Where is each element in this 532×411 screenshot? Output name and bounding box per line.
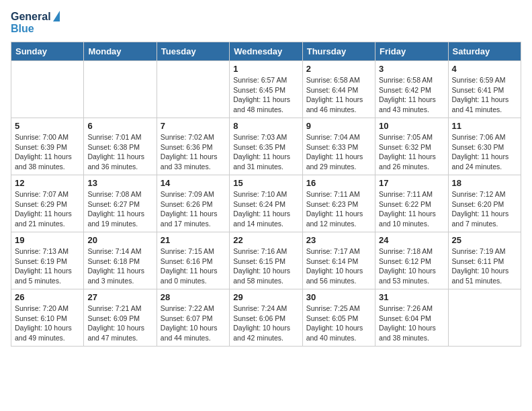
calendar-cell: 9Sunrise: 7:04 AM Sunset: 6:33 PM Daylig… <box>302 118 375 175</box>
calendar-cell: 7Sunrise: 7:02 AM Sunset: 6:36 PM Daylig… <box>157 118 229 175</box>
calendar-cell: 13Sunrise: 7:08 AM Sunset: 6:27 PM Dayli… <box>84 175 157 232</box>
day-info: Sunrise: 7:12 AM Sunset: 6:20 PM Dayligh… <box>452 189 517 229</box>
calendar-cell: 15Sunrise: 7:10 AM Sunset: 6:24 PM Dayli… <box>230 175 302 232</box>
day-number: 21 <box>161 235 226 245</box>
day-info: Sunrise: 7:06 AM Sunset: 6:30 PM Dayligh… <box>452 132 517 172</box>
day-number: 5 <box>15 121 80 131</box>
week-row-2: 12Sunrise: 7:07 AM Sunset: 6:29 PM Dayli… <box>11 175 521 232</box>
calendar-cell: 14Sunrise: 7:09 AM Sunset: 6:26 PM Dayli… <box>157 175 229 232</box>
day-number: 19 <box>15 235 80 245</box>
day-number: 14 <box>161 178 226 188</box>
calendar-cell: 10Sunrise: 7:05 AM Sunset: 6:32 PM Dayli… <box>375 118 448 175</box>
header-saturday: Saturday <box>448 42 521 61</box>
day-info: Sunrise: 7:01 AM Sunset: 6:38 PM Dayligh… <box>87 132 152 172</box>
calendar-cell <box>448 289 521 347</box>
calendar-cell: 31Sunrise: 7:26 AM Sunset: 6:04 PM Dayli… <box>375 289 448 347</box>
day-info: Sunrise: 6:58 AM Sunset: 6:44 PM Dayligh… <box>306 75 371 115</box>
calendar-table: SundayMondayTuesdayWednesdayThursdayFrid… <box>11 42 521 347</box>
day-info: Sunrise: 7:20 AM Sunset: 6:10 PM Dayligh… <box>15 304 80 343</box>
day-number: 9 <box>306 121 371 131</box>
day-info: Sunrise: 7:24 AM Sunset: 6:06 PM Dayligh… <box>233 304 298 343</box>
day-number: 11 <box>452 121 517 131</box>
day-number: 31 <box>379 292 444 302</box>
day-info: Sunrise: 7:19 AM Sunset: 6:11 PM Dayligh… <box>452 246 517 286</box>
day-info: Sunrise: 7:09 AM Sunset: 6:26 PM Dayligh… <box>161 189 226 229</box>
day-number: 1 <box>233 64 298 74</box>
day-number: 4 <box>452 64 517 74</box>
day-info: Sunrise: 7:05 AM Sunset: 6:32 PM Dayligh… <box>379 132 444 172</box>
calendar-cell: 28Sunrise: 7:22 AM Sunset: 6:07 PM Dayli… <box>157 289 229 347</box>
calendar-cell: 19Sunrise: 7:13 AM Sunset: 6:19 PM Dayli… <box>11 232 84 289</box>
day-number: 18 <box>452 178 517 188</box>
day-number: 16 <box>306 178 371 188</box>
calendar-cell: 22Sunrise: 7:16 AM Sunset: 6:15 PM Dayli… <box>230 232 302 289</box>
day-info: Sunrise: 6:59 AM Sunset: 6:41 PM Dayligh… <box>452 75 517 115</box>
header-thursday: Thursday <box>302 42 375 61</box>
day-number: 3 <box>379 64 444 74</box>
calendar-cell: 24Sunrise: 7:18 AM Sunset: 6:12 PM Dayli… <box>375 232 448 289</box>
day-info: Sunrise: 7:22 AM Sunset: 6:07 PM Dayligh… <box>161 304 226 343</box>
calendar-cell: 21Sunrise: 7:15 AM Sunset: 6:16 PM Dayli… <box>157 232 229 289</box>
calendar-cell: 26Sunrise: 7:20 AM Sunset: 6:10 PM Dayli… <box>11 289 84 347</box>
day-info: Sunrise: 7:10 AM Sunset: 6:24 PM Dayligh… <box>233 189 298 229</box>
day-info: Sunrise: 7:14 AM Sunset: 6:18 PM Dayligh… <box>87 246 152 286</box>
calendar-cell: 18Sunrise: 7:12 AM Sunset: 6:20 PM Dayli… <box>448 175 521 232</box>
week-row-1: 5Sunrise: 7:00 AM Sunset: 6:39 PM Daylig… <box>11 118 521 175</box>
calendar-cell: 29Sunrise: 7:24 AM Sunset: 6:06 PM Dayli… <box>230 289 302 347</box>
day-number: 29 <box>233 292 298 302</box>
day-info: Sunrise: 7:08 AM Sunset: 6:27 PM Dayligh… <box>87 189 152 229</box>
calendar-cell: 27Sunrise: 7:21 AM Sunset: 6:09 PM Dayli… <box>84 289 157 347</box>
header-sunday: Sunday <box>11 42 84 61</box>
calendar-cell <box>84 61 157 118</box>
day-info: Sunrise: 7:18 AM Sunset: 6:12 PM Dayligh… <box>379 246 444 286</box>
day-info: Sunrise: 7:00 AM Sunset: 6:39 PM Dayligh… <box>15 132 80 172</box>
day-number: 2 <box>306 64 371 74</box>
calendar-cell: 11Sunrise: 7:06 AM Sunset: 6:30 PM Dayli… <box>448 118 521 175</box>
week-row-0: 1Sunrise: 6:57 AM Sunset: 6:45 PM Daylig… <box>11 61 521 118</box>
day-info: Sunrise: 7:04 AM Sunset: 6:33 PM Dayligh… <box>306 132 371 172</box>
day-number: 15 <box>233 178 298 188</box>
day-number: 28 <box>161 292 226 302</box>
logo: General Blue <box>11 11 60 35</box>
week-row-4: 26Sunrise: 7:20 AM Sunset: 6:10 PM Dayli… <box>11 289 521 347</box>
day-number: 12 <box>15 178 80 188</box>
day-info: Sunrise: 7:07 AM Sunset: 6:29 PM Dayligh… <box>15 189 80 229</box>
day-info: Sunrise: 7:16 AM Sunset: 6:15 PM Dayligh… <box>233 246 298 286</box>
day-info: Sunrise: 7:02 AM Sunset: 6:36 PM Dayligh… <box>161 132 226 172</box>
day-number: 30 <box>306 292 371 302</box>
day-number: 23 <box>306 235 371 245</box>
logo-text: General Blue <box>11 11 60 35</box>
day-info: Sunrise: 6:57 AM Sunset: 6:45 PM Dayligh… <box>233 75 298 115</box>
week-row-3: 19Sunrise: 7:13 AM Sunset: 6:19 PM Dayli… <box>11 232 521 289</box>
calendar-cell: 5Sunrise: 7:00 AM Sunset: 6:39 PM Daylig… <box>11 118 84 175</box>
calendar-cell: 12Sunrise: 7:07 AM Sunset: 6:29 PM Dayli… <box>11 175 84 232</box>
calendar-cell: 8Sunrise: 7:03 AM Sunset: 6:35 PM Daylig… <box>230 118 302 175</box>
day-number: 26 <box>15 292 80 302</box>
day-number: 6 <box>87 121 152 131</box>
day-info: Sunrise: 7:25 AM Sunset: 6:05 PM Dayligh… <box>306 304 371 343</box>
day-info: Sunrise: 7:11 AM Sunset: 6:23 PM Dayligh… <box>306 189 371 229</box>
day-number: 20 <box>87 235 152 245</box>
calendar-cell: 17Sunrise: 7:11 AM Sunset: 6:22 PM Dayli… <box>375 175 448 232</box>
calendar-cell: 1Sunrise: 6:57 AM Sunset: 6:45 PM Daylig… <box>230 61 302 118</box>
day-info: Sunrise: 7:15 AM Sunset: 6:16 PM Dayligh… <box>161 246 226 286</box>
header-wednesday: Wednesday <box>230 42 302 61</box>
calendar-cell: 2Sunrise: 6:58 AM Sunset: 6:44 PM Daylig… <box>302 61 375 118</box>
calendar-header-row: SundayMondayTuesdayWednesdayThursdayFrid… <box>11 42 521 61</box>
calendar-cell: 4Sunrise: 6:59 AM Sunset: 6:41 PM Daylig… <box>448 61 521 118</box>
calendar-cell: 23Sunrise: 7:17 AM Sunset: 6:14 PM Dayli… <box>302 232 375 289</box>
day-number: 25 <box>452 235 517 245</box>
day-info: Sunrise: 6:58 AM Sunset: 6:42 PM Dayligh… <box>379 75 444 115</box>
calendar-cell: 20Sunrise: 7:14 AM Sunset: 6:18 PM Dayli… <box>84 232 157 289</box>
day-number: 17 <box>379 178 444 188</box>
day-info: Sunrise: 7:13 AM Sunset: 6:19 PM Dayligh… <box>15 246 80 286</box>
page-header: General Blue <box>11 11 521 35</box>
calendar-cell: 6Sunrise: 7:01 AM Sunset: 6:38 PM Daylig… <box>84 118 157 175</box>
calendar-cell: 3Sunrise: 6:58 AM Sunset: 6:42 PM Daylig… <box>375 61 448 118</box>
day-number: 10 <box>379 121 444 131</box>
header-monday: Monday <box>84 42 157 61</box>
header-tuesday: Tuesday <box>157 42 229 61</box>
calendar-cell: 16Sunrise: 7:11 AM Sunset: 6:23 PM Dayli… <box>302 175 375 232</box>
day-info: Sunrise: 7:17 AM Sunset: 6:14 PM Dayligh… <box>306 246 371 286</box>
day-info: Sunrise: 7:11 AM Sunset: 6:22 PM Dayligh… <box>379 189 444 229</box>
